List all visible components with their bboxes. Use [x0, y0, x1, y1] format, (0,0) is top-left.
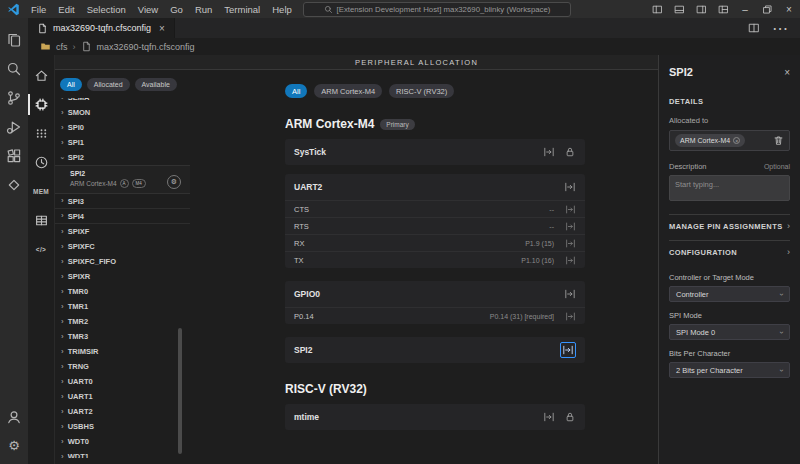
memory-mem-label[interactable]: MEM — [28, 177, 55, 206]
tree-item-uart1[interactable]: ›UART1 — [55, 389, 190, 404]
breadcrumb-file[interactable]: max32690-tqfn.cfsconfig — [97, 42, 195, 52]
tree-item-spi3[interactable]: ›SPI3 — [55, 194, 190, 209]
tree-item-tmr3[interactable]: ›TMR3 — [55, 329, 190, 344]
tree-item-spi0[interactable]: ›SPI0 — [55, 120, 190, 135]
tree-item-tmr1[interactable]: ›TMR1 — [55, 299, 190, 314]
allocate-icon[interactable] — [560, 342, 576, 358]
tree-filter-allocated[interactable]: Allocated — [87, 78, 130, 91]
tree-item-tmr0[interactable]: ›TMR0 — [55, 284, 190, 299]
account-icon[interactable] — [0, 402, 28, 431]
select-spi-mode[interactable]: SPI Mode 0› — [669, 324, 790, 340]
allocate-icon[interactable] — [564, 288, 576, 300]
menu-run[interactable]: Run — [189, 0, 218, 18]
cfs-extension-icon[interactable] — [0, 170, 28, 199]
select-controller-or-target-mode[interactable]: Controller› — [669, 286, 790, 302]
layout-panel-icon[interactable] — [668, 0, 690, 18]
trash-icon[interactable] — [773, 135, 784, 146]
card-mtime[interactable]: mtime — [285, 404, 585, 430]
extensions-icon[interactable] — [0, 141, 28, 170]
menu-terminal[interactable]: Terminal — [218, 0, 266, 18]
manage-pin-assignments-row[interactable]: MANAGE PIN ASSIGNMENTS › — [669, 215, 790, 238]
tree-item-uart2[interactable]: ›UART2 — [55, 404, 190, 419]
allocate-icon[interactable] — [543, 146, 555, 158]
card-spi2[interactable]: SPI2 — [285, 337, 585, 363]
split-editor-icon[interactable] — [748, 22, 760, 34]
card-uart2[interactable]: UART2CTS--RTS--RXP1.9 (15)TXP1.10 (16) — [285, 174, 585, 268]
menu-go[interactable]: Go — [164, 0, 189, 18]
signal-row-p0-14[interactable]: P0.14P0.14 (31) [required] — [285, 307, 585, 324]
tree-item-spi4[interactable]: ›SPI4 — [55, 209, 190, 224]
tree-item-tmr2[interactable]: ›TMR2 — [55, 314, 190, 329]
settings-gear-icon[interactable]: ⚙ — [0, 431, 28, 460]
command-center-search[interactable]: [Extension Development Host] max32690_bl… — [303, 2, 571, 17]
allocate-icon[interactable] — [565, 311, 576, 322]
allocate-icon[interactable] — [565, 221, 576, 232]
registers-icon[interactable] — [28, 119, 55, 148]
breadcrumb-folder[interactable]: cfs — [56, 42, 68, 52]
source-control-icon[interactable] — [0, 83, 28, 112]
run-debug-icon[interactable] — [0, 112, 28, 141]
tree-item-spixfc[interactable]: ›SPIXFC — [55, 239, 190, 254]
tree-item-uart0[interactable]: ›UART0 — [55, 374, 190, 389]
menu-edit[interactable]: Edit — [52, 0, 80, 18]
tree-item-spixr[interactable]: ›SPIXR — [55, 269, 190, 284]
config-icon[interactable]: ⚙ — [167, 175, 181, 189]
tree-item-spi2[interactable]: ›SPI2 — [55, 150, 190, 165]
explorer-icon[interactable] — [0, 25, 28, 54]
tree-item-trng[interactable]: ›TRNG — [55, 359, 190, 374]
allocated-to-field[interactable]: ARM Cortex-M4 × — [669, 130, 790, 151]
home-icon[interactable] — [28, 61, 55, 90]
tree-item-usbhs[interactable]: ›USBHS — [55, 419, 190, 434]
signal-row-rts[interactable]: RTS-- — [285, 217, 585, 234]
description-input[interactable]: Start typing... — [669, 175, 790, 201]
tree-item-spixfc-fifo[interactable]: ›SPIXFC_FIFO — [55, 254, 190, 269]
tab-close-icon[interactable]: × — [159, 23, 165, 34]
tree-item-trimsir[interactable]: ›TRIMSIR — [55, 344, 190, 359]
menu-file[interactable]: File — [25, 0, 52, 18]
restore-icon[interactable] — [756, 0, 778, 18]
remove-chip-icon[interactable]: × — [733, 137, 740, 144]
core-filter-arm-cortex-m4[interactable]: ARM Cortex-M4 — [314, 84, 382, 98]
card-systick[interactable]: SysTick — [285, 139, 585, 165]
tree-item-spi1[interactable]: ›SPI1 — [55, 135, 190, 150]
allocated-core-chip[interactable]: ARM Cortex-M4 × — [675, 134, 745, 147]
clock-config-icon[interactable] — [28, 148, 55, 177]
tree-item-smon[interactable]: ›SMON — [55, 105, 190, 120]
allocate-icon[interactable] — [565, 255, 576, 266]
tree-item-wdt0[interactable]: ›WDT0 — [55, 434, 190, 449]
layout-customize-icon[interactable] — [712, 0, 734, 18]
tree-item-sema[interactable]: ›SEMA — [55, 98, 190, 105]
menu-view[interactable]: View — [132, 0, 164, 18]
panel-close-icon[interactable]: × — [784, 67, 790, 78]
tree-scrollbar[interactable] — [178, 328, 182, 454]
core-filter-risc-v-rv32-[interactable]: RISC-V (RV32) — [389, 84, 454, 98]
tree-selected-peripheral[interactable]: SPI2ARM Cortex-M4AM4⚙ — [55, 165, 190, 194]
tree-filter-available[interactable]: Available — [135, 78, 177, 91]
menu-help[interactable]: Help — [266, 0, 298, 18]
close-window-icon[interactable]: × — [778, 0, 800, 18]
signal-row-cts[interactable]: CTS-- — [285, 200, 585, 217]
pinout-icon[interactable] — [28, 90, 55, 119]
search-sidebar-icon[interactable] — [0, 54, 28, 83]
allocate-icon[interactable] — [564, 181, 576, 193]
memory-table-icon[interactable] — [28, 206, 55, 235]
tab-cfsconfig[interactable]: max32690-tqfn.cfsconfig × — [28, 18, 175, 38]
allocate-icon[interactable] — [565, 238, 576, 249]
card-gpio0[interactable]: GPIO0P0.14P0.14 (31) [required] — [285, 281, 585, 324]
signal-row-tx[interactable]: TXP1.10 (16) — [285, 251, 585, 268]
allocate-icon[interactable] — [543, 411, 555, 423]
code-generation-icon[interactable]: </> — [28, 235, 55, 264]
layout-sidebar-icon[interactable] — [646, 0, 668, 18]
select-bits-per-character[interactable]: 2 Bits per Character› — [669, 362, 790, 378]
tree-item-spixf[interactable]: ›SPIXF — [55, 224, 190, 239]
allocate-icon[interactable] — [565, 204, 576, 215]
more-actions-icon[interactable]: ⋯ — [772, 19, 788, 38]
menu-selection[interactable]: Selection — [81, 0, 132, 18]
signal-row-rx[interactable]: RXP1.9 (15) — [285, 234, 585, 251]
tree-filter-all[interactable]: All — [60, 78, 82, 91]
layout-sidebar-right-icon[interactable] — [690, 0, 712, 18]
minimize-icon[interactable]: – — [734, 0, 756, 18]
configuration-row[interactable]: CONFIGURATION › — [669, 241, 790, 264]
tree-item-wdt1[interactable]: ›WDT1 — [55, 449, 190, 458]
core-filter-all[interactable]: All — [285, 84, 307, 98]
